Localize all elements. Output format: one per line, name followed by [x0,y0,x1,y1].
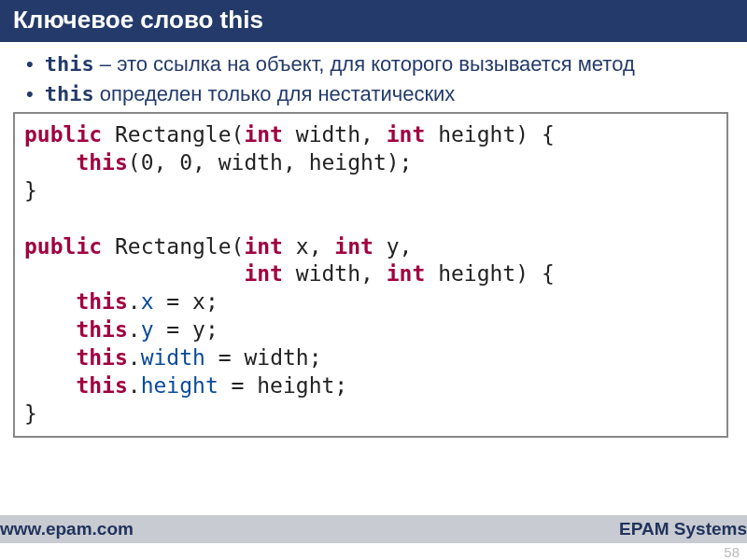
title-text: Ключевое слово this [13,6,263,34]
slide-title: Ключевое слово this [0,0,747,42]
footer-bar: www.epam.com EPAM Systems [0,515,747,543]
bullet-rest: – это ссылка на объект, для которого выз… [94,52,635,76]
slide-content: • this – это ссылка на объект, для котор… [0,42,747,106]
bullet-text: this – это ссылка на объект, для которог… [45,51,728,77]
footer-brand: EPAM Systems [619,519,747,539]
keyword-this: this [45,52,94,76]
bullet-marker: • [26,51,34,77]
keyword-this: this [45,82,94,105]
bullet-1: • this – это ссылка на объект, для котор… [26,51,728,77]
bullet-rest: определен только для нестатических [94,82,456,105]
bullet-text: this определен только для нестатических [45,81,728,107]
code-block: public Rectangle(int width, int height) … [13,112,728,438]
page-number: 58 [724,544,740,560]
bullet-marker: • [26,81,34,107]
footer-url: www.epam.com [0,519,134,539]
bullet-2: • this определен только для нестатически… [26,81,728,107]
